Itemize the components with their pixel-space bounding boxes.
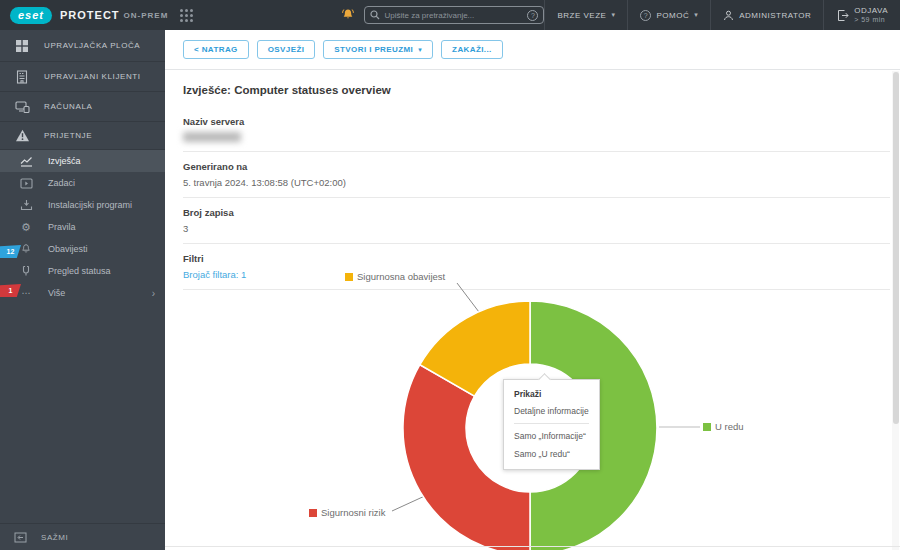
legend-ok[interactable]: U redu bbox=[703, 421, 744, 432]
donut-chart[interactable] bbox=[390, 270, 870, 550]
building-icon bbox=[14, 70, 30, 84]
sidebar-item-threats[interactable]: PRIJETNJE bbox=[0, 122, 165, 150]
caret-down-icon: ▾ bbox=[694, 11, 698, 19]
user-icon bbox=[723, 10, 734, 21]
logout-icon bbox=[836, 9, 849, 22]
legend-security-notification[interactable]: Sigurnosna obavijest bbox=[345, 271, 445, 282]
redacted-server-name bbox=[183, 132, 241, 142]
notification-bell-icon[interactable] bbox=[340, 7, 356, 23]
tasks-icon bbox=[18, 178, 34, 189]
menu-item-only-information[interactable]: Samo „Informacije“ bbox=[514, 427, 589, 445]
user-menu[interactable]: ADMINISTRATOR bbox=[711, 0, 823, 30]
dashboard-icon bbox=[14, 39, 30, 53]
main-content: < NATRAG OSVJEŽI STVORI I PREUZMI ▾ ZAKA… bbox=[165, 30, 900, 550]
menu-item-details[interactable]: Detaljne informacije bbox=[514, 402, 589, 420]
page-title: Izvješće: Computer statuses overview bbox=[183, 70, 890, 96]
scrollbar-thumb[interactable] bbox=[893, 72, 899, 424]
sidebar-item-computers[interactable]: RAČUNALA bbox=[0, 92, 165, 122]
installer-icon bbox=[18, 199, 34, 211]
session-timeout: > 59 min bbox=[854, 16, 888, 25]
sidebar-item-reports[interactable]: Izvješća bbox=[0, 150, 165, 172]
menu-item-only-ok[interactable]: Samo „U redu“ bbox=[514, 445, 589, 463]
schedule-button[interactable]: ZAKAŽI... bbox=[441, 40, 503, 59]
callout-line-warning bbox=[457, 283, 482, 316]
sidebar-item-managed-clients[interactable]: UPRAVLJANI KLIJENTI bbox=[0, 62, 165, 92]
help-icon: ? bbox=[640, 10, 651, 21]
refresh-button[interactable]: OSVJEŽI bbox=[257, 40, 316, 59]
content-bottom-border bbox=[165, 546, 900, 547]
generate-download-button[interactable]: STVORI I PREUZMI ▾ bbox=[323, 40, 433, 59]
legend-swatch-ok bbox=[703, 423, 711, 431]
caret-down-icon: ▾ bbox=[611, 11, 615, 19]
status-overview-icon bbox=[18, 265, 34, 277]
caret-down-icon: ▾ bbox=[418, 46, 422, 54]
reports-icon bbox=[18, 156, 34, 167]
search-input[interactable]: Upišite za pretraživanje... ? bbox=[364, 6, 544, 24]
report-details: Izvješće: Computer statuses overview Naz… bbox=[183, 70, 890, 290]
sidebar-item-installers[interactable]: Instalacijski programi bbox=[0, 194, 165, 216]
help-menu[interactable]: ? POMOĆ ▾ bbox=[628, 0, 710, 30]
back-button[interactable]: < NATRAG bbox=[183, 40, 249, 59]
legend-swatch-risk bbox=[309, 509, 317, 517]
more-icon: ⋯ bbox=[18, 288, 34, 298]
chart-context-menu: Prikaži Detaljne informacije Samo „Infor… bbox=[503, 379, 600, 470]
sidebar-item-more[interactable]: ⋯ Više › bbox=[0, 282, 165, 304]
search-placeholder: Upišite za pretraživanje... bbox=[384, 11, 527, 20]
logout-button[interactable]: ODJAVA > 59 min bbox=[824, 0, 900, 30]
sidebar-item-status-overview[interactable]: Pregled statusa bbox=[0, 260, 165, 282]
chevron-right-icon: › bbox=[152, 288, 155, 299]
context-menu-header: Prikaži bbox=[514, 386, 589, 402]
report-toolbar: < NATRAG OSVJEŽI STVORI I PREUZMI ▾ ZAKA… bbox=[165, 30, 900, 70]
bell-outline-icon bbox=[18, 243, 34, 255]
search-help-icon[interactable]: ? bbox=[527, 10, 538, 21]
app-grid-icon[interactable] bbox=[180, 9, 193, 22]
quick-links-menu[interactable]: BRZE VEZE ▾ bbox=[545, 0, 627, 30]
collapse-sidebar-button[interactable]: SAŽMI bbox=[0, 523, 165, 550]
gear-icon: ⚙ bbox=[18, 221, 34, 234]
field-record-count: Broj zapisa 3 bbox=[183, 198, 890, 244]
top-bar: eset PROTECT ON-PREM Upišite za pretraži… bbox=[0, 0, 900, 30]
product-edition: ON-PREM bbox=[124, 11, 169, 20]
sidebar: UPRAVLJAČKA PLOČA UPRAVLJANI KLIJENTI RA… bbox=[0, 30, 165, 550]
sidebar-item-dashboard[interactable]: UPRAVLJAČKA PLOČA bbox=[0, 30, 165, 62]
sidebar-item-tasks[interactable]: Zadaci bbox=[0, 172, 165, 194]
collapse-icon bbox=[14, 532, 27, 543]
field-generated-at: Generirano na 5. travnja 2024. 13:08:58 … bbox=[183, 152, 890, 198]
warning-triangle-icon bbox=[14, 129, 30, 142]
search-icon bbox=[370, 10, 380, 20]
field-server-name: Naziv servera bbox=[183, 107, 890, 152]
sidebar-item-notifications[interactable]: Obavijesti bbox=[0, 238, 165, 260]
legend-swatch-warning bbox=[345, 273, 353, 281]
eset-logo[interactable]: eset bbox=[10, 7, 52, 24]
sidebar-item-policies[interactable]: ⚙ Pravila bbox=[0, 216, 165, 238]
legend-security-risk[interactable]: Sigurnosni rizik bbox=[309, 507, 385, 518]
computers-icon bbox=[14, 100, 30, 114]
product-name: PROTECT bbox=[60, 9, 120, 21]
